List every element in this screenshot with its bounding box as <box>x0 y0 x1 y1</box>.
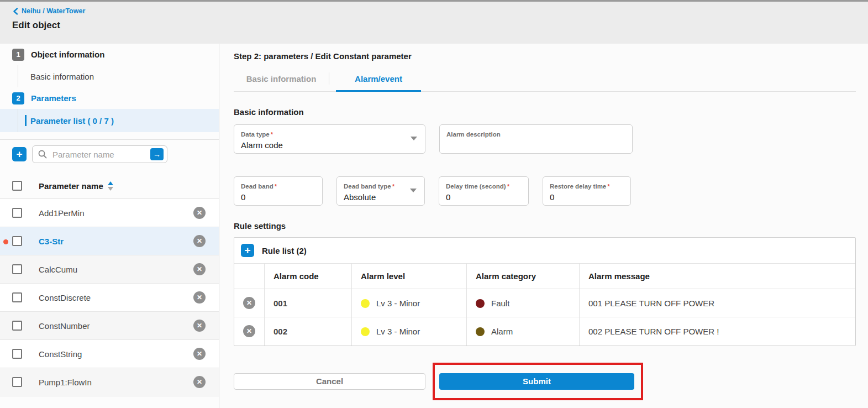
alarm-level-text: Lv 3 - Minor <box>376 299 420 308</box>
list-item[interactable]: ConstString ✕ <box>0 340 219 368</box>
delay-time-value: 0 <box>446 192 522 202</box>
parameter-name: ConstDiscrete <box>39 293 91 302</box>
back-chevron-icon <box>12 8 19 15</box>
table-row[interactable]: ✕ 001 Lv 3 - Minor Fault 001 PLEASE TURN… <box>234 289 855 317</box>
delete-parameter-icon[interactable]: ✕ <box>193 263 206 275</box>
list-item-selected[interactable]: C3-Str ✕ <box>0 227 219 255</box>
alarm-level-text: Lv 3 - Minor <box>376 327 420 336</box>
required-mark: * <box>271 131 273 138</box>
parameter-list-label: Parameter list ( 0 / 7 ) <box>30 116 114 125</box>
chevron-down-icon <box>410 189 417 192</box>
row-checkbox[interactable] <box>12 208 22 218</box>
level-color-dot <box>361 299 370 308</box>
data-type-label: Data type <box>241 131 270 138</box>
unsaved-changes-dot <box>3 239 8 244</box>
alarm-code-cell: 001 <box>265 289 352 317</box>
breadcrumb[interactable]: Neihu / WaterTower <box>12 7 868 15</box>
search-go-button[interactable]: → <box>150 148 164 160</box>
parameter-name: C3-Str <box>39 237 64 246</box>
sort-descending-icon <box>108 187 113 191</box>
data-type-value: Alarm code <box>241 140 418 150</box>
list-item[interactable]: CalcCumu ✕ <box>0 255 219 284</box>
row-checkbox[interactable] <box>12 321 22 331</box>
restore-delay-time-label: Restore delay time <box>550 183 606 190</box>
row-checkbox[interactable] <box>12 377 22 387</box>
alarm-message-cell: 002 PLEASE TURN OFF POWER ! <box>580 317 856 346</box>
delete-parameter-icon[interactable]: ✕ <box>193 235 206 247</box>
row-checkbox[interactable] <box>12 292 22 302</box>
dead-band-field[interactable]: Dead band* 0 <box>234 176 323 206</box>
sidebar-item-basic-information[interactable]: Basic information <box>0 65 219 87</box>
list-item[interactable]: ConstNumber ✕ <box>0 312 219 340</box>
restore-delay-time-value: 0 <box>550 192 624 202</box>
alarm-category-cell: Fault <box>467 289 580 317</box>
restore-delay-time-field[interactable]: Restore delay time* 0 <box>543 176 631 206</box>
add-parameter-button[interactable]: + <box>12 147 27 161</box>
dead-band-type-select[interactable]: Dead band type* Absolute <box>336 176 425 206</box>
rule-list-title: Rule list (2) <box>262 246 307 255</box>
dead-band-type-label: Dead band type <box>344 183 391 190</box>
main-panel: Step 2: parameters / Edit Constant param… <box>219 44 868 408</box>
delete-parameter-icon[interactable]: ✕ <box>193 348 206 360</box>
basic-information-label: Basic information <box>30 72 94 81</box>
row-checkbox[interactable] <box>12 236 22 246</box>
parameter-name-column-header: Parameter name <box>39 181 103 191</box>
sort-ascending-icon <box>108 181 113 185</box>
delete-column-header <box>234 264 265 289</box>
basic-information-heading: Basic information <box>234 107 856 117</box>
alarm-category-text: Alarm <box>491 327 513 336</box>
alarm-description-field[interactable]: Alarm description <box>439 124 633 154</box>
table-row[interactable]: ✕ 002 Lv 3 - Minor Alarm 002 PLEASE TURN… <box>234 317 855 346</box>
step-object-information[interactable]: 1 Object information <box>0 44 219 65</box>
cancel-button[interactable]: Cancel <box>234 373 425 390</box>
step-1-label: Object information <box>31 50 104 59</box>
parameter-name: Pump1:FlowIn <box>39 378 92 387</box>
alarm-code-column-header: Alarm code <box>265 264 352 289</box>
parameter-name: Add1PerMin <box>39 208 85 218</box>
dead-band-type-value: Absolute <box>344 192 418 202</box>
required-mark: * <box>392 183 394 190</box>
data-type-select[interactable]: Data type* Alarm code <box>234 124 425 154</box>
chevron-down-icon <box>411 137 417 140</box>
add-rule-button[interactable]: + <box>241 244 254 257</box>
select-all-checkbox[interactable] <box>12 181 22 191</box>
delete-parameter-icon[interactable]: ✕ <box>193 376 206 388</box>
parameter-name: CalcCumu <box>39 265 77 274</box>
search-input[interactable] <box>32 145 167 163</box>
row-checkbox[interactable] <box>12 264 22 274</box>
tab-bar: Basic information Alarm/event <box>234 69 856 92</box>
list-item[interactable]: Pump1:FlowIn ✕ <box>0 368 219 396</box>
delete-rule-icon[interactable]: ✕ <box>243 325 255 337</box>
dead-band-label: Dead band <box>241 183 273 190</box>
alarm-message-cell: 001 PLEASE TURN OFF POWER <box>580 289 856 317</box>
required-mark: * <box>507 183 509 190</box>
sort-toggle[interactable] <box>108 181 113 191</box>
delete-parameter-icon[interactable]: ✕ <box>193 291 206 304</box>
step-1-badge: 1 <box>12 49 24 61</box>
parameter-name: ConstNumber <box>39 321 90 331</box>
step-2-badge: 2 <box>12 92 24 104</box>
delay-time-field[interactable]: Delay time (second)* 0 <box>439 176 529 206</box>
required-mark: * <box>607 183 609 190</box>
list-item[interactable]: ConstDiscrete ✕ <box>0 284 219 312</box>
required-mark: * <box>275 183 277 190</box>
breadcrumb-label: Neihu / WaterTower <box>22 7 85 15</box>
page-header: Neihu / WaterTower Edit object <box>0 2 868 44</box>
page-title: Edit object <box>12 20 868 31</box>
tab-basic-information[interactable]: Basic information <box>234 69 329 91</box>
alarm-category-column-header: Alarm category <box>467 264 580 289</box>
delete-parameter-icon[interactable]: ✕ <box>193 320 206 332</box>
alarm-code-cell: 002 <box>265 317 352 346</box>
row-checkbox[interactable] <box>12 349 22 359</box>
step-breadcrumb-title: Step 2: parameters / Edit Constant param… <box>234 51 856 61</box>
step-parameters[interactable]: 2 Parameters <box>0 87 219 109</box>
rule-settings-heading: Rule settings <box>234 221 856 231</box>
submit-button[interactable]: Submit <box>439 373 634 390</box>
sidebar-item-parameter-list[interactable]: Parameter list ( 0 / 7 ) <box>0 109 219 132</box>
sidebar: 1 Object information Basic information 2… <box>0 44 219 408</box>
delete-parameter-icon[interactable]: ✕ <box>193 207 206 219</box>
list-item[interactable]: Add1PerMin ✕ <box>0 199 219 227</box>
delete-rule-icon[interactable]: ✕ <box>243 297 255 309</box>
tab-alarm-event[interactable]: Alarm/event <box>329 69 428 91</box>
level-color-dot <box>361 327 370 336</box>
